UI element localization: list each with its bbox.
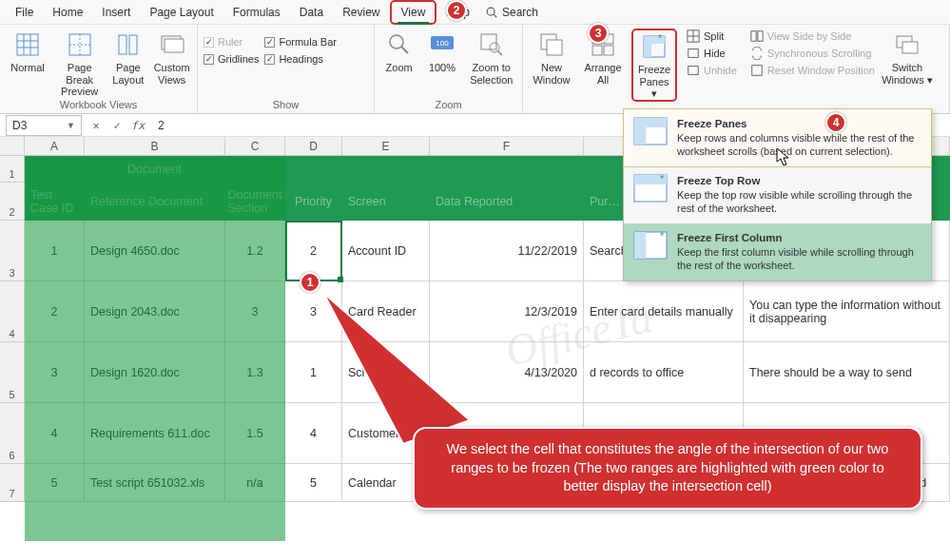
group-window: New Window Arrange All * Freeze Panes ▾ … bbox=[523, 25, 950, 113]
tell-me-search[interactable]: Search bbox=[479, 6, 538, 19]
headings-checkbox[interactable]: ✓Headings bbox=[264, 53, 337, 65]
col-header-A[interactable]: A bbox=[25, 137, 85, 155]
freeze-panes-dropdown: Freeze PanesKeep rows and columns visibl… bbox=[623, 108, 932, 281]
switch-windows-icon bbox=[893, 30, 921, 59]
new-window-icon bbox=[537, 30, 566, 59]
ribbon: Normal Page Break Preview Page Layout Cu… bbox=[0, 25, 950, 114]
svg-line-15 bbox=[401, 47, 408, 53]
step-badge-3: 3 bbox=[588, 23, 609, 44]
svg-rect-43 bbox=[634, 118, 667, 127]
svg-text:*: * bbox=[660, 174, 665, 184]
side-by-side-button: View Side by Side bbox=[750, 29, 875, 44]
zoom-to-selection-button[interactable]: Zoom to Selection bbox=[467, 29, 516, 86]
page-layout-button[interactable]: Page Layout bbox=[109, 29, 146, 86]
select-all-corner[interactable] bbox=[0, 137, 25, 155]
step-badge-1: 1 bbox=[300, 272, 320, 293]
col-header-C[interactable]: C bbox=[225, 137, 285, 155]
unhide-icon bbox=[687, 64, 700, 77]
svg-rect-10 bbox=[119, 35, 126, 54]
group-zoom: Zoom 100 100% Zoom to Selection Zoom bbox=[375, 25, 523, 113]
formula-bar-checkbox[interactable]: ✓Formula Bar bbox=[264, 36, 337, 48]
side-by-side-icon bbox=[750, 29, 764, 43]
gridlines-checkbox[interactable]: ✓Gridlines bbox=[204, 53, 259, 65]
svg-line-1 bbox=[494, 14, 496, 17]
svg-line-20 bbox=[497, 50, 502, 55]
col-header-D[interactable]: D bbox=[285, 137, 342, 155]
fx-button[interactable]: fx bbox=[127, 119, 148, 132]
svg-text:*: * bbox=[658, 34, 662, 44]
page-break-preview-button[interactable]: Page Break Preview bbox=[55, 29, 104, 98]
page-layout-icon bbox=[114, 30, 143, 59]
split-icon bbox=[687, 29, 700, 43]
unhide-button: Unhide bbox=[687, 63, 737, 78]
group-label-views: Workbook Views bbox=[6, 99, 191, 113]
menu-bar: File Home Insert Page Layout Formulas Da… bbox=[0, 0, 950, 25]
menu-pagelayout[interactable]: Page Layout bbox=[140, 2, 223, 23]
freeze-panes-option-icon bbox=[633, 117, 668, 145]
svg-rect-40 bbox=[902, 42, 918, 53]
dropdown-freeze-first-col[interactable]: * Freeze First ColumnKeep the first colu… bbox=[624, 223, 931, 280]
menu-data[interactable]: Data bbox=[290, 2, 333, 23]
enter-formula-button[interactable]: ✓ bbox=[107, 119, 127, 132]
svg-rect-18 bbox=[481, 34, 496, 49]
normal-button[interactable]: Normal bbox=[6, 29, 49, 74]
group-label-show: Show bbox=[204, 99, 368, 113]
table-row[interactable]: 4 2 Design 2043.doc 3 3 Card Reader 12/3… bbox=[0, 281, 950, 342]
name-box[interactable]: D3▼ bbox=[6, 115, 82, 136]
col-header-F[interactable]: F bbox=[430, 137, 584, 155]
svg-rect-38 bbox=[752, 66, 763, 76]
dropdown-freeze-top-row[interactable]: * Freeze Top RowKeep the top row visible… bbox=[624, 166, 931, 223]
svg-point-0 bbox=[487, 8, 494, 15]
reset-pos-button: Reset Window Position bbox=[750, 63, 875, 78]
annotation-callout: We select the cell that constitutes the … bbox=[413, 427, 922, 510]
svg-point-14 bbox=[390, 35, 403, 48]
zoom-icon bbox=[385, 30, 414, 59]
group-workbook-views: Normal Page Break Preview Page Layout Cu… bbox=[0, 25, 198, 113]
group-show: ✓Ruler ✓Gridlines ✓Formula Bar ✓Headings… bbox=[198, 25, 375, 113]
search-icon bbox=[485, 6, 498, 19]
step-badge-4: 4 bbox=[825, 112, 846, 133]
menu-view[interactable]: View bbox=[390, 0, 437, 25]
custom-views-button[interactable]: Custom Views bbox=[152, 29, 191, 86]
table-row[interactable]: 5 3 Design 1620.doc 1.3 1 Scheduler 4/13… bbox=[0, 342, 950, 403]
svg-rect-34 bbox=[688, 49, 699, 58]
cursor-icon bbox=[776, 147, 791, 168]
menu-file[interactable]: File bbox=[6, 2, 43, 23]
svg-rect-48 bbox=[634, 232, 646, 259]
svg-rect-25 bbox=[592, 46, 602, 55]
svg-rect-37 bbox=[758, 31, 763, 42]
zoom-button[interactable]: Zoom bbox=[380, 29, 417, 74]
svg-rect-11 bbox=[129, 35, 137, 54]
new-window-button[interactable]: New Window bbox=[529, 29, 574, 86]
split-button[interactable]: Split bbox=[687, 29, 737, 44]
switch-windows-button[interactable]: Switch Windows ▾ bbox=[881, 29, 934, 86]
menu-home[interactable]: Home bbox=[43, 2, 92, 23]
hide-icon bbox=[687, 47, 700, 60]
sync-scroll-button: Synchronous Scrolling bbox=[750, 46, 875, 61]
sync-scroll-icon bbox=[750, 47, 764, 60]
normal-icon bbox=[13, 30, 42, 59]
svg-rect-22 bbox=[547, 40, 562, 55]
svg-rect-36 bbox=[751, 31, 756, 42]
cancel-formula-button[interactable]: ✕ bbox=[86, 119, 107, 132]
zoom-100-button[interactable]: 100 100% bbox=[423, 29, 460, 74]
freeze-top-row-icon: * bbox=[633, 174, 668, 203]
freeze-first-col-icon: * bbox=[633, 231, 668, 260]
svg-text:100: 100 bbox=[436, 39, 449, 48]
freeze-panes-button[interactable]: * Freeze Panes ▾ bbox=[631, 29, 677, 102]
freeze-panes-icon: * bbox=[640, 32, 669, 61]
svg-rect-13 bbox=[165, 39, 184, 52]
step-badge-2: 2 bbox=[446, 0, 467, 21]
menu-review[interactable]: Review bbox=[333, 2, 389, 23]
col-header-B[interactable]: B bbox=[85, 137, 225, 155]
zoom-selection-icon bbox=[477, 30, 506, 59]
menu-insert[interactable]: Insert bbox=[92, 2, 140, 23]
reset-pos-icon bbox=[750, 64, 764, 77]
svg-rect-35 bbox=[688, 67, 699, 75]
group-label-zoom: Zoom bbox=[380, 99, 516, 113]
menu-formulas[interactable]: Formulas bbox=[223, 2, 290, 23]
col-header-E[interactable]: E bbox=[342, 137, 430, 155]
ruler-checkbox: ✓Ruler bbox=[204, 36, 259, 48]
svg-rect-2 bbox=[17, 34, 38, 55]
hide-button[interactable]: Hide bbox=[687, 46, 737, 61]
